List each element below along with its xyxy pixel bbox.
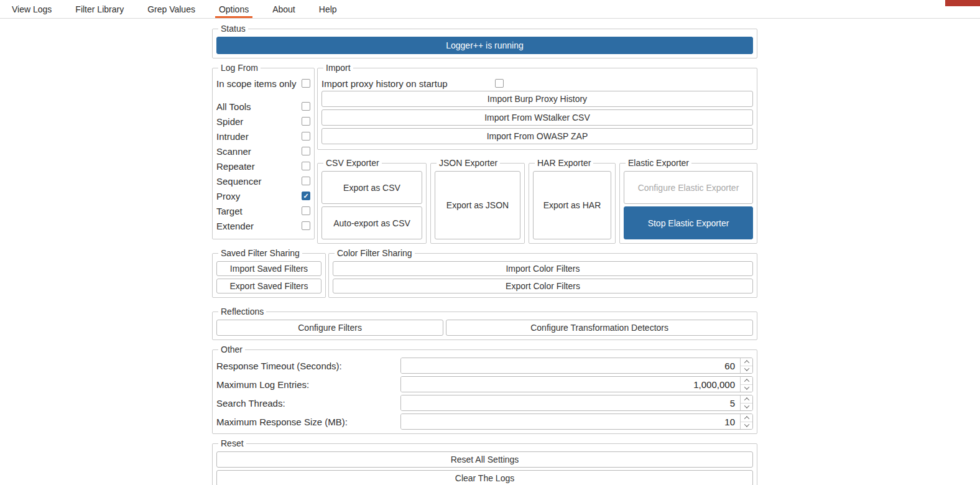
spinner-down-button[interactable] [741,385,752,392]
tab-about[interactable]: About [261,0,307,18]
reflections-group-title: Reflections [218,307,266,316]
search-threads-spinner [400,395,753,411]
search-threads-label: Search Threads: [216,398,400,409]
checkbox-proxy[interactable]: ✓ [302,192,310,200]
log-from-row-sequencer: Sequencer ✓ [216,173,310,188]
log-from-group-title: Log From [218,63,261,73]
checkbox-sequencer[interactable]: ✓ [302,177,310,185]
import-startup-row: Import proxy history on startup ✓ [321,76,753,91]
response-timeout-label: Response Timeout (Seconds): [216,361,400,371]
checkbox-all-tools[interactable]: ✓ [302,102,310,111]
log-from-row-proxy: Proxy ✓ [216,188,310,203]
tab-help[interactable]: Help [307,0,349,18]
checkbox-extender[interactable]: ✓ [302,221,310,230]
chevron-down-icon [744,422,749,427]
max-response-size-row: Maximum Response Size (MB): [216,413,753,430]
reset-group-title: Reset [218,438,246,448]
reset-group: Reset Reset All Settings Clear The Logs [212,438,757,485]
tab-options[interactable]: Options [207,0,261,18]
color-filter-sharing-group: Color Filter Sharing Import Color Filter… [328,248,757,298]
tab-grep-values[interactable]: Grep Values [136,0,207,18]
export-saved-filters-button[interactable]: Export Saved Filters [216,279,321,293]
options-panel: Status Logger++ is running Log From In s… [212,24,757,485]
har-exporter-group: HAR Exporter Export as HAR [529,158,616,244]
spinner-up-button[interactable] [741,377,752,385]
spinner-arrows [740,377,752,392]
stop-elastic-exporter-button[interactable]: Stop Elastic Exporter [624,206,753,239]
chevron-down-icon [744,366,749,371]
csv-exporter-title: CSV Exporter [323,158,382,168]
import-saved-filters-button[interactable]: Import Saved Filters [216,261,321,276]
log-from-row-all-tools: All Tools ✓ [216,99,310,114]
spinner-up-button[interactable] [741,414,752,422]
checkbox-target[interactable]: ✓ [302,206,310,215]
export-as-csv-button[interactable]: Export as CSV [321,171,422,204]
checkbox-scanner[interactable]: ✓ [302,147,310,155]
reset-all-settings-button[interactable]: Reset All Settings [216,451,753,468]
search-threads-row: Search Threads: [216,395,753,411]
response-timeout-input[interactable] [401,358,740,373]
max-log-entries-input[interactable] [401,377,740,392]
auto-export-as-csv-button[interactable]: Auto-export as CSV [321,206,422,239]
checkbox-in-scope-only[interactable]: ✓ [302,79,310,88]
clear-the-logs-button[interactable]: Clear The Logs [216,470,753,485]
spinner-arrows [740,395,752,410]
tab-filter-library[interactable]: Filter Library [63,0,136,18]
log-from-row-extender: Extender ✓ [216,218,310,233]
export-as-har-button[interactable]: Export as HAR [533,171,611,239]
log-from-row-target: Target ✓ [216,203,310,218]
configure-filters-button[interactable]: Configure Filters [216,320,443,336]
spinner-down-button[interactable] [741,404,752,411]
corner-red-decoration [945,0,980,6]
scope-items-label: In scope items only [216,78,296,89]
logger-running-status-button[interactable]: Logger++ is running [216,37,753,54]
configure-elastic-exporter-button: Configure Elastic Exporter [624,171,753,204]
spinner-up-button[interactable] [741,358,752,366]
color-filter-sharing-title: Color Filter Sharing [335,248,415,258]
log-import-row: Log From In scope items only ✓ All Tools… [212,63,757,244]
spider-label: Spider [216,116,243,127]
checkbox-repeater[interactable]: ✓ [302,162,310,170]
search-threads-input[interactable] [401,395,740,410]
response-timeout-row: Response Timeout (Seconds): [216,358,753,374]
import-group-title: Import [323,63,353,73]
tab-view-logs[interactable]: View Logs [0,0,63,18]
max-response-size-spinner [400,413,753,430]
chevron-down-icon [744,404,749,409]
spinner-down-button[interactable] [741,422,752,430]
elastic-exporter-title: Elastic Exporter [626,158,691,168]
exporters-row: CSV Exporter Export as CSV Auto-export a… [317,158,757,244]
har-exporter-title: HAR Exporter [535,158,593,168]
filter-sharing-row: Saved Filter Sharing Import Saved Filter… [212,248,757,302]
status-group-title: Status [218,24,248,34]
import-burp-proxy-history-button[interactable]: Import Burp Proxy History [321,91,753,107]
json-exporter-title: JSON Exporter [437,158,500,168]
tab-bar: View Logs Filter Library Grep Values Opt… [0,0,980,19]
import-wstalker-csv-button[interactable]: Import From WStalker CSV [321,109,753,126]
log-from-group: Log From In scope items only ✓ All Tools… [212,63,315,239]
chevron-up-icon [744,360,749,365]
checkbox-import-proxy-history-startup[interactable]: ✓ [495,79,504,88]
csv-exporter-group: CSV Exporter Export as CSV Auto-export a… [317,158,427,244]
extender-label: Extender [216,221,254,231]
max-log-entries-spinner [400,376,753,392]
spinner-up-button[interactable] [741,395,752,404]
max-response-size-input[interactable] [401,414,740,429]
export-color-filters-button[interactable]: Export Color Filters [333,279,753,293]
saved-filter-sharing-group: Saved Filter Sharing Import Saved Filter… [212,248,326,298]
log-from-row-scanner: Scanner ✓ [216,144,310,159]
spinner-down-button[interactable] [741,366,752,374]
max-log-entries-label: Maximum Log Entries: [216,379,400,390]
checkbox-spider[interactable]: ✓ [302,117,310,126]
scanner-label: Scanner [216,146,251,157]
configure-transformation-detectors-button[interactable]: Configure Transformation Detectors [446,320,753,336]
log-from-row-intruder: Intruder ✓ [216,129,310,144]
checkbox-intruder[interactable]: ✓ [302,132,310,141]
export-as-json-button[interactable]: Export as JSON [435,171,520,239]
max-response-size-label: Maximum Response Size (MB): [216,417,400,427]
import-owasp-zap-button[interactable]: Import From OWASP ZAP [321,128,753,144]
log-from-row-repeater: Repeater ✓ [216,159,310,173]
import-color-filters-button[interactable]: Import Color Filters [333,261,753,276]
chevron-up-icon [744,416,749,421]
repeater-label: Repeater [216,161,255,172]
